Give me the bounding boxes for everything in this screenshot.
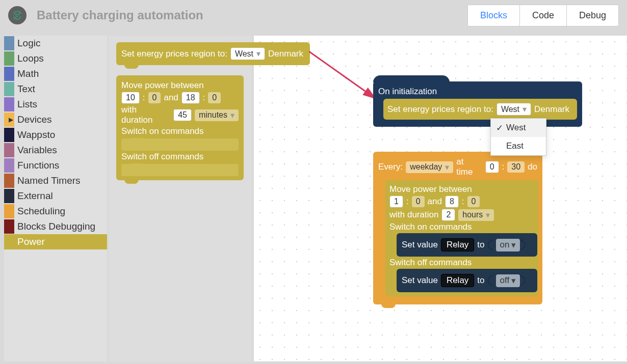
time-input[interactable]: 8 bbox=[445, 195, 459, 208]
dropdown-option[interactable]: West bbox=[491, 119, 546, 137]
time-input[interactable]: 1 bbox=[389, 195, 403, 208]
schedule-mode-dropdown[interactable]: weekday▾ bbox=[406, 161, 453, 173]
toolbox-item-scheduling[interactable]: Scheduling bbox=[4, 204, 107, 219]
toolbox-item-label: Named Timers bbox=[17, 175, 81, 186]
duration-unit-dropdown[interactable]: hours▾ bbox=[458, 209, 494, 221]
chevron-right-icon: ▶ bbox=[6, 116, 15, 123]
svg-rect-0 bbox=[15, 14, 17, 15]
app-logo bbox=[8, 6, 27, 24]
toolbox-item-label: Math bbox=[17, 68, 39, 79]
page-title: Battery charging automation bbox=[37, 8, 467, 22]
region-dropdown-menu[interactable]: West East bbox=[490, 118, 546, 156]
toolbox-item-label: External bbox=[17, 190, 53, 202]
hour-input[interactable]: 0 bbox=[485, 161, 499, 173]
label: Move power between bbox=[389, 184, 472, 194]
toolbox-item-label: Logic bbox=[17, 38, 40, 49]
toolbox-item-label: Loops bbox=[17, 53, 44, 64]
app-header: Battery charging automation Blocks Code … bbox=[0, 0, 627, 31]
svg-line-3 bbox=[309, 51, 375, 98]
value-target-chip[interactable]: Relay bbox=[441, 238, 474, 251]
time-input[interactable]: 0 bbox=[148, 92, 161, 103]
time-input[interactable]: 18 bbox=[181, 92, 200, 104]
label: at time bbox=[456, 157, 482, 177]
toolbox-item-label: Scheduling bbox=[17, 206, 65, 217]
view-tabs: Blocks Code Debug bbox=[467, 5, 619, 26]
time-input[interactable]: 0 bbox=[208, 92, 221, 103]
label: Move power between bbox=[121, 80, 204, 91]
label: Switch on commands bbox=[389, 222, 472, 232]
svg-rect-1 bbox=[17, 14, 19, 15]
time-input[interactable]: 10 bbox=[121, 92, 140, 104]
toolbox-item-math[interactable]: Math bbox=[4, 66, 107, 81]
label: Set energy prices region to: bbox=[121, 49, 227, 59]
toolbox-item-blocks-debugging[interactable]: Blocks Debugging bbox=[4, 219, 107, 234]
minute-input[interactable]: 30 bbox=[507, 161, 525, 173]
toolbox-item-label: Functions bbox=[17, 160, 59, 171]
refresh-icon bbox=[12, 10, 23, 21]
toolbox-item-label: Variables bbox=[17, 145, 57, 156]
svg-rect-2 bbox=[16, 16, 18, 17]
toolbox-item-external[interactable]: External bbox=[4, 188, 107, 204]
region-dropdown[interactable]: West▾ bbox=[497, 103, 531, 116]
block-move-power[interactable]: Move power between 1 : 0 and 8 : 0 with … bbox=[385, 180, 538, 296]
toolbox-item-named-timers[interactable]: Named Timers bbox=[4, 173, 107, 188]
label: Denmark bbox=[534, 104, 569, 115]
duration-unit-dropdown[interactable]: minutes▾ bbox=[195, 109, 239, 121]
tab-debug[interactable]: Debug bbox=[567, 5, 618, 26]
dropdown-option[interactable]: East bbox=[491, 137, 546, 155]
toolbox: LogicLoopsMathTextLists▶DevicesWappstoVa… bbox=[4, 36, 107, 361]
label: Denmark bbox=[268, 49, 303, 59]
toolbox-item-wappsto[interactable]: Wappsto bbox=[4, 127, 107, 143]
label: do bbox=[528, 162, 537, 172]
duration-input[interactable]: 45 bbox=[173, 109, 192, 121]
duration-input[interactable]: 2 bbox=[441, 209, 455, 221]
label: Switch off commands bbox=[121, 152, 203, 162]
toolbox-item-label: Power bbox=[17, 236, 45, 247]
toolbox-item-label: Blocks Debugging bbox=[17, 221, 95, 232]
block-move-power-palette[interactable]: Move power between 10 : 0 and 18 : 0 wit… bbox=[116, 75, 244, 180]
block-set-region-palette[interactable]: Set energy prices region to: West▾ Denma… bbox=[116, 42, 310, 65]
label: Switch on commands bbox=[121, 126, 204, 136]
toolbox-item-label: Text bbox=[17, 83, 35, 95]
label: Set value bbox=[402, 240, 438, 250]
tab-code[interactable]: Code bbox=[520, 5, 567, 26]
toolbox-item-text[interactable]: Text bbox=[4, 81, 107, 97]
toolbox-item-lists[interactable]: Lists bbox=[4, 97, 107, 112]
time-input[interactable]: 0 bbox=[467, 196, 480, 207]
block-on-initialization[interactable]: On initialization Set energy prices regi… bbox=[373, 81, 582, 127]
label: Set energy prices region to: bbox=[387, 104, 493, 115]
toolbox-item-loops[interactable]: Loops bbox=[4, 51, 107, 66]
label: Switch off commands bbox=[389, 258, 472, 268]
value-state-dropdown[interactable]: on▾ bbox=[496, 239, 520, 251]
tab-blocks[interactable]: Blocks bbox=[468, 5, 520, 26]
toolbox-item-label: Lists bbox=[17, 99, 37, 110]
block-set-value-on[interactable]: Set value Relay to on▾ bbox=[397, 233, 537, 257]
toolbox-item-power[interactable]: Power bbox=[4, 234, 107, 249]
time-input[interactable]: 0 bbox=[412, 196, 425, 207]
toolbox-item-devices[interactable]: ▶Devices bbox=[4, 112, 107, 127]
statement-slot[interactable] bbox=[121, 138, 239, 151]
toolbox-item-logic[interactable]: Logic bbox=[4, 36, 107, 51]
value-state-dropdown[interactable]: off▾ bbox=[496, 274, 520, 287]
toolbox-item-label: Wappsto bbox=[17, 129, 55, 141]
toolbox-item-label: Devices bbox=[17, 114, 52, 125]
region-dropdown[interactable]: West▾ bbox=[230, 47, 265, 60]
label: Every: bbox=[378, 162, 403, 172]
value-target-chip[interactable]: Relay bbox=[441, 274, 474, 287]
block-set-region[interactable]: Set energy prices region to: West▾ Denma… bbox=[383, 99, 577, 120]
toolbox-item-variables[interactable]: Variables bbox=[4, 143, 107, 158]
label: Set value bbox=[402, 275, 438, 286]
statement-slot[interactable] bbox=[121, 164, 239, 176]
toolbox-item-functions[interactable]: Functions bbox=[4, 158, 107, 173]
label: On initialization bbox=[378, 87, 437, 97]
block-set-value-off[interactable]: Set value Relay to off▾ bbox=[397, 269, 537, 292]
block-schedule[interactable]: Every: weekday▾ at time 0 : 30 do Move p… bbox=[373, 152, 542, 304]
